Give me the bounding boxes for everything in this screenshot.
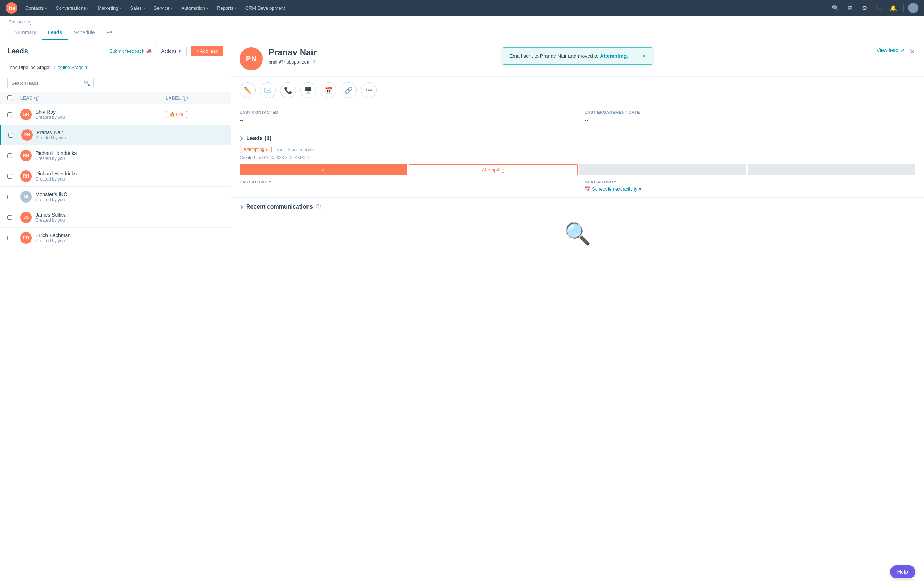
lead-label-col: 🔥 Hot — [166, 111, 223, 118]
recent-comms-header[interactable]: ❯ Recent communications i — [240, 203, 915, 210]
chevron-down-icon: ▾ — [171, 6, 173, 10]
search-icon[interactable]: 🔍 — [830, 2, 842, 14]
activity-row: LAST ACTIVITY NEXT ACTIVITY 📅 Schedule n… — [240, 180, 915, 192]
list-item[interactable]: PN Pranav Nair Created by you — [0, 125, 231, 146]
nav-service[interactable]: Service ▾ — [150, 3, 176, 13]
stage-completed-button[interactable]: ✓ — [240, 164, 408, 175]
detail-email: pnair@hubspot.com ⧉ — [269, 59, 317, 64]
nav-automation[interactable]: Automation ▾ — [178, 3, 212, 13]
lead-sub: Created by you — [35, 177, 166, 182]
lead-checkbox[interactable] — [7, 174, 12, 179]
chevron-down-icon: ▾ — [639, 186, 641, 192]
search-input[interactable] — [11, 81, 81, 86]
settings-icon[interactable]: ⚙ — [859, 2, 870, 14]
close-icon[interactable]: × — [642, 53, 646, 59]
copy-icon[interactable]: ⧉ — [313, 59, 316, 64]
list-item[interactable]: MI Monster's INC Created by you — [0, 187, 231, 207]
stage-attempting-button[interactable]: Attempting — [409, 164, 578, 175]
empty-state-icon: 🔍 — [564, 221, 591, 246]
pipeline-stage-selector[interactable]: Pipeline Stage ▾ — [53, 64, 88, 70]
lead-sub: Created by you — [35, 197, 166, 202]
avatar: PN — [240, 47, 263, 70]
tab-fe[interactable]: Fe... — [101, 26, 122, 40]
call-button[interactable]: 📞 — [280, 82, 296, 98]
created-on: Created on 07/20/2023 8:06 AM CDT — [240, 155, 915, 160]
for-a-few-seconds: for a few seconds — [277, 147, 314, 152]
leads-section-title: Leads (1) — [246, 135, 271, 142]
stage-inactive-2-button[interactable] — [747, 164, 915, 175]
user-avatar[interactable] — [908, 3, 918, 13]
marketplace-icon[interactable]: ⊞ — [844, 2, 856, 14]
detail-info: Pranav Nair pnair@hubspot.com ⧉ — [269, 47, 317, 64]
list-item[interactable]: JS James Sullivan Created by you — [0, 207, 231, 228]
comms-info-icon[interactable]: i — [316, 204, 321, 209]
nav-reports[interactable]: Reports ▾ — [213, 3, 240, 13]
leads-section-header[interactable]: ❯ Leads (1) — [240, 135, 915, 142]
lead-name: Pranav Nair — [36, 130, 166, 136]
chevron-down-icon: ❯ — [240, 136, 243, 141]
video-button[interactable]: 🖥️ — [300, 82, 316, 98]
actions-button[interactable]: Actions ▾ — [156, 46, 187, 56]
submit-feedback-link[interactable]: Submit feedback 📣 — [109, 48, 152, 54]
lead-name: Richard Hendricks — [35, 150, 166, 156]
stage-inactive-1-button[interactable] — [579, 164, 747, 175]
add-lead-button[interactable]: + Add lead — [191, 46, 223, 56]
tab-schedule[interactable]: Schedule — [68, 26, 100, 40]
lead-checkbox[interactable] — [7, 154, 12, 158]
lead-checkbox[interactable] — [7, 195, 12, 199]
lead-checkbox[interactable] — [7, 236, 12, 240]
sort-icon[interactable]: ↓ — [41, 96, 43, 101]
lead-sub: Created by you — [35, 218, 166, 223]
help-button[interactable]: Help — [890, 566, 915, 578]
leads-detail-section: ❯ Leads (1) Attempting ▾ for a few secon… — [231, 129, 924, 198]
edit-button[interactable]: ✏️ — [240, 82, 256, 98]
more-button[interactable]: ••• — [361, 82, 377, 98]
tab-leads[interactable]: Leads — [42, 26, 68, 40]
list-item[interactable]: EB Erlich Bachman Created by you — [0, 228, 231, 248]
bell-icon[interactable]: 🔔 — [888, 2, 899, 14]
chevron-down-icon: ▾ — [235, 6, 237, 10]
nav-conversations[interactable]: Conversations ▾ — [52, 3, 92, 13]
chevron-down-icon: ▾ — [143, 6, 145, 10]
lead-checkbox[interactable] — [7, 112, 12, 117]
list-item[interactable]: RH Richard Hendricks Created by you — [0, 146, 231, 166]
dates-row: LAST CONTACTED -- LAST ENGAGEMENT DATE -… — [231, 104, 924, 129]
toast-link[interactable]: Attempting. — [600, 53, 628, 59]
lead-sub: Created by you — [35, 238, 166, 243]
nav-crm-development[interactable]: CRM Development — [242, 3, 289, 13]
list-item[interactable]: RH Richard Hendricks Created by you — [0, 166, 231, 187]
list-item[interactable]: SR Shiv Roy Created by you 🔥 Hot — [0, 104, 231, 125]
breadcrumb: Prospecting — [9, 16, 915, 25]
lead-name: Monster's INC — [35, 191, 166, 197]
avatar: JS — [20, 212, 32, 223]
task-button[interactable]: 🔗 — [341, 82, 356, 98]
label-info-icon[interactable]: i — [183, 96, 188, 101]
calendar-button[interactable]: 📅 — [320, 82, 337, 98]
email-link[interactable]: pnair@hubspot.com — [269, 59, 311, 64]
empty-state: 🔍 — [240, 210, 915, 260]
avatar: RH — [20, 170, 32, 182]
schedule-next-activity-link[interactable]: 📅 Schedule next activity ▾ — [585, 186, 915, 192]
search-box[interactable]: 🔍 — [7, 78, 94, 88]
page-header: Prospecting Summary Leads Schedule Fe... — [0, 16, 924, 40]
nav-marketing[interactable]: Marketing ▾ — [94, 3, 125, 13]
last-activity-label: LAST ACTIVITY — [240, 180, 570, 184]
last-engagement-value: -- — [585, 117, 915, 123]
top-navigation: hs Contacts ▾ Conversations ▾ Marketing … — [0, 0, 924, 16]
attempting-badge[interactable]: Attempting ▾ — [240, 146, 272, 153]
nav-divider — [903, 3, 904, 12]
lead-detail-panel: Email sent to Pranav Nair and moved to A… — [231, 40, 924, 587]
nav-sales[interactable]: Sales ▾ — [127, 3, 149, 13]
view-lead-button[interactable]: View lead ↗ — [877, 47, 905, 53]
nav-contacts[interactable]: Contacts ▾ — [21, 3, 51, 13]
lead-checkbox[interactable] — [8, 133, 13, 137]
close-icon[interactable]: ✕ — [909, 47, 915, 56]
select-all-checkbox[interactable] — [7, 95, 12, 100]
lead-info-icon[interactable]: i — [34, 96, 40, 101]
tab-summary[interactable]: Summary — [9, 26, 42, 40]
lead-checkbox[interactable] — [7, 215, 12, 220]
phone-icon[interactable]: 📞 — [873, 2, 884, 14]
chevron-down-icon: ❯ — [240, 204, 243, 209]
email-button[interactable]: ✉️ — [260, 82, 276, 98]
hubspot-logo[interactable]: hs — [6, 2, 17, 14]
